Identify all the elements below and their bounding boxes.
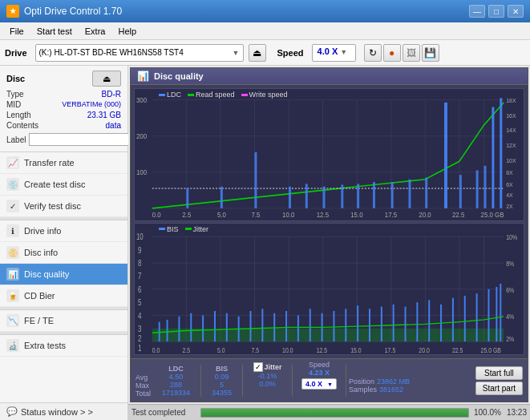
chart-bis-legend: BIS Jitter [159, 225, 208, 233]
svg-text:14X: 14X [506, 127, 516, 135]
legend-write-dot [241, 94, 248, 96]
chart-bis-svg: 10 9 8 7 6 5 4 3 2 1 [135, 224, 524, 355]
save-button[interactable]: 💾 [422, 44, 439, 62]
nav-disc-quality[interactable]: 📊 Disc quality [0, 264, 127, 285]
speed-select[interactable]: 4.0 X ▼ [312, 44, 356, 62]
nav-section: 📈 Transfer rate 💿 Create test disc ✓ Ver… [0, 152, 127, 402]
nav-extra-tests[interactable]: 🔬 Extra tests [0, 335, 127, 357]
svg-text:7: 7 [138, 271, 141, 281]
app-title: Opti Drive Control 1.70 [24, 6, 122, 17]
nav-fe-te[interactable]: 📉 FE / TE [0, 310, 127, 332]
nav-drive-info[interactable]: ℹ Drive info [0, 220, 127, 242]
status-window[interactable]: 💬 Status window > > [0, 402, 127, 420]
stats-max-label: Max [136, 382, 151, 390]
svg-rect-104 [393, 304, 394, 341]
legend-read-label: Read speed [196, 91, 235, 99]
svg-rect-102 [369, 309, 370, 341]
eject-button[interactable]: ⏏ [249, 44, 266, 62]
quality-header: 📊 Disc quality [131, 68, 528, 85]
svg-text:18X: 18X [506, 96, 516, 104]
legend-ldc-label: LDC [167, 91, 181, 99]
svg-rect-36 [500, 98, 502, 208]
disc-header: Disc ⏏ [6, 71, 121, 87]
nav-transfer-rate[interactable]: 📈 Transfer rate [0, 152, 127, 174]
disc-length-row: Length 23.31 GB [6, 111, 121, 119]
svg-text:22.5: 22.5 [452, 345, 463, 353]
disc-type-label: Type [6, 90, 24, 99]
menu-help[interactable]: Help [111, 25, 143, 38]
image-button[interactable]: 🖼 [403, 44, 420, 62]
disc-type-row: Type BD-R [6, 90, 121, 99]
svg-rect-100 [345, 309, 346, 341]
svg-rect-96 [297, 315, 299, 341]
drive-select[interactable]: (K:) HL-DT-ST BD-RE WH16NS58 TST4 ▼ [35, 44, 244, 62]
start-full-button[interactable]: Start full [475, 366, 523, 380]
ldc-avg: 4.50 [169, 373, 184, 381]
disc-label-input[interactable] [29, 133, 136, 146]
svg-text:17.5: 17.5 [385, 211, 398, 220]
menu-start-test[interactable]: Start test [30, 25, 79, 38]
drive-label: Drive [5, 48, 27, 58]
svg-rect-112 [488, 289, 489, 341]
svg-text:10.0: 10.0 [282, 345, 293, 353]
refresh-button[interactable]: ↻ [364, 44, 382, 62]
nav-disc-quality-label: Disc quality [24, 269, 69, 279]
svg-rect-24 [323, 187, 326, 208]
samples-label: Samples [349, 386, 377, 394]
svg-rect-87 [190, 313, 192, 341]
svg-text:15.0: 15.0 [350, 211, 363, 220]
menu-extra[interactable]: Extra [79, 25, 112, 38]
svg-text:10: 10 [136, 232, 144, 242]
svg-text:8: 8 [138, 257, 141, 268]
svg-rect-107 [428, 300, 430, 341]
position-value: 23862 MB [377, 378, 410, 386]
menu-file[interactable]: File [3, 25, 30, 38]
drive-value: (K:) HL-DT-ST BD-RE WH16NS58 TST4 [39, 48, 229, 57]
svg-rect-19 [186, 188, 188, 208]
start-part-button[interactable]: Start part [475, 382, 523, 395]
title-bar-controls: — □ ✕ [469, 5, 524, 18]
speed-stat-select-value: 4.0 X [305, 380, 322, 388]
jitter-checkbox[interactable]: ✓ [253, 362, 263, 372]
ldc-col-header: LDC [168, 365, 184, 373]
stats-avg-label: Avg [136, 374, 151, 382]
legend-bis-dot [159, 228, 165, 230]
minimize-button[interactable]: — [469, 5, 485, 18]
nav-cd-bier-label: CD Bier [24, 291, 55, 301]
svg-text:9: 9 [138, 244, 141, 255]
legend-jitter: Jitter [185, 225, 209, 233]
nav-verify-test-disc[interactable]: ✓ Verify test disc [0, 196, 127, 217]
legend-write: Write speed [241, 91, 288, 99]
svg-text:5.0: 5.0 [217, 211, 226, 220]
disc-eject-icon[interactable]: ⏏ [92, 71, 121, 87]
legend-bis-label: BIS [167, 225, 179, 233]
svg-text:2X: 2X [506, 202, 513, 210]
speed-stat-label: Speed [309, 361, 330, 369]
nav-create-test-disc[interactable]: 💿 Create test disc [0, 174, 127, 196]
svg-rect-85 [167, 319, 168, 341]
svg-rect-26 [357, 184, 359, 208]
legend-jitter-dot [185, 228, 192, 230]
nav-cd-bier[interactable]: 🍺 CD Bier [0, 285, 127, 307]
maximize-button[interactable]: □ [488, 5, 504, 18]
nav-disc-info[interactable]: 📀 Disc info [0, 242, 127, 264]
svg-text:4X: 4X [506, 192, 513, 200]
close-button[interactable]: ✕ [508, 5, 524, 18]
position-row: Position 23862 MB [349, 378, 410, 386]
disc-quality-icon: 📊 [6, 268, 19, 281]
svg-text:25.0 GB: 25.0 GB [481, 345, 502, 353]
speed-stat-dropdown-arrow: ▼ [327, 382, 333, 387]
bis-max: 5 [220, 381, 224, 389]
svg-text:10X: 10X [506, 157, 516, 165]
nav-fe-te-label: FE / TE [24, 316, 54, 325]
burn-button[interactable]: ● [383, 44, 401, 62]
svg-rect-20 [220, 187, 223, 208]
svg-text:10.0: 10.0 [282, 211, 295, 220]
speed-stat-value: 4.23 X [309, 369, 330, 377]
quality-panel: 📊 Disc quality LDC Read spee [130, 67, 528, 402]
progress-bar-track [200, 408, 469, 418]
speed-stat-select[interactable]: 4.0 X ▼ [301, 378, 337, 390]
stats-divider-1 [200, 365, 201, 397]
svg-rect-29 [408, 180, 411, 208]
svg-text:5: 5 [138, 297, 141, 307]
